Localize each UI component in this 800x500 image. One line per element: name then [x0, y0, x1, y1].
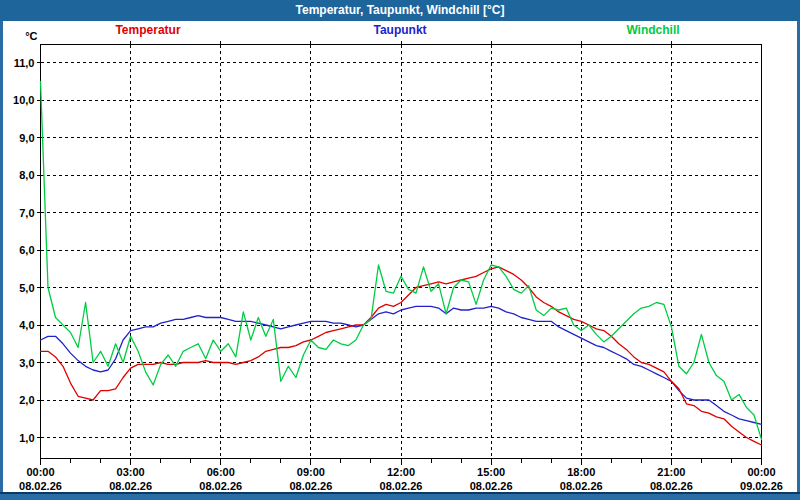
- y-tick-label: 5,0: [19, 282, 34, 294]
- line-chart: 1,02,03,04,05,06,07,08,09,010,011,0°C00:…: [0, 0, 800, 492]
- window-bottom-border: [0, 492, 800, 500]
- y-tick-label: 7,0: [19, 207, 34, 219]
- x-tick-date-label: 08.02.26: [289, 480, 332, 492]
- x-tick-date-label: 08.02.26: [380, 480, 423, 492]
- y-tick-label: 6,0: [19, 244, 34, 256]
- y-tick-label: 11,0: [14, 57, 35, 69]
- x-tick-time-label: 00:00: [747, 466, 775, 478]
- chart-window: Temperatur, Taupunkt, Windchill [°C] Tem…: [0, 0, 800, 500]
- y-tick-label: 9,0: [19, 132, 34, 144]
- x-tick-time-label: 03:00: [117, 466, 145, 478]
- y-tick-label: 10,0: [13, 94, 34, 106]
- x-tick-time-label: 15:00: [477, 466, 505, 478]
- x-tick-date-label: 09.02.26: [740, 480, 783, 492]
- x-tick-time-label: 21:00: [657, 466, 685, 478]
- y-tick-label: 3,0: [19, 357, 34, 369]
- x-tick-date-label: 08.02.26: [470, 480, 513, 492]
- y-axis-unit-label: °C: [25, 30, 37, 42]
- x-tick-time-label: 09:00: [297, 466, 325, 478]
- x-tick-date-label: 08.02.26: [109, 480, 152, 492]
- x-tick-date-label: 08.02.26: [650, 480, 693, 492]
- y-tick-label: 8,0: [19, 169, 34, 181]
- y-tick-label: 1,0: [19, 432, 34, 444]
- y-tick-label: 2,0: [19, 394, 34, 406]
- x-tick-date-label: 08.02.26: [199, 480, 242, 492]
- x-tick-time-label: 12:00: [387, 466, 415, 478]
- x-tick-date-label: 08.02.26: [560, 480, 603, 492]
- x-tick-time-label: 18:00: [567, 466, 595, 478]
- y-tick-label: 4,0: [19, 319, 34, 331]
- x-tick-time-label: 06:00: [207, 466, 235, 478]
- x-tick-time-label: 00:00: [26, 466, 54, 478]
- x-tick-date-label: 08.02.26: [19, 480, 62, 492]
